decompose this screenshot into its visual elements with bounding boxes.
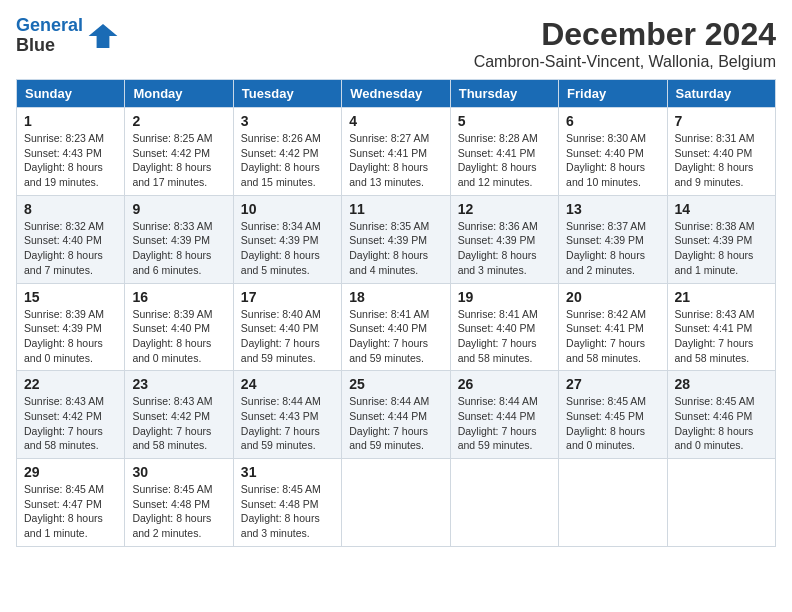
calendar-cell (667, 459, 775, 547)
calendar-header-row: SundayMondayTuesdayWednesdayThursdayFrid… (17, 80, 776, 108)
day-number: 20 (566, 289, 659, 305)
day-number: 3 (241, 113, 334, 129)
calendar-cell: 3Sunrise: 8:26 AMSunset: 4:42 PMDaylight… (233, 108, 341, 196)
calendar-cell: 9Sunrise: 8:33 AMSunset: 4:39 PMDaylight… (125, 195, 233, 283)
day-info: Sunrise: 8:39 AMSunset: 4:40 PMDaylight:… (132, 307, 225, 366)
day-info: Sunrise: 8:33 AMSunset: 4:39 PMDaylight:… (132, 219, 225, 278)
calendar-cell: 5Sunrise: 8:28 AMSunset: 4:41 PMDaylight… (450, 108, 558, 196)
day-info: Sunrise: 8:30 AMSunset: 4:40 PMDaylight:… (566, 131, 659, 190)
calendar-week-row: 8Sunrise: 8:32 AMSunset: 4:40 PMDaylight… (17, 195, 776, 283)
day-info: Sunrise: 8:44 AMSunset: 4:44 PMDaylight:… (458, 394, 551, 453)
day-number: 9 (132, 201, 225, 217)
day-info: Sunrise: 8:26 AMSunset: 4:42 PMDaylight:… (241, 131, 334, 190)
day-info: Sunrise: 8:35 AMSunset: 4:39 PMDaylight:… (349, 219, 442, 278)
column-header-wednesday: Wednesday (342, 80, 450, 108)
calendar-cell: 20Sunrise: 8:42 AMSunset: 4:41 PMDayligh… (559, 283, 667, 371)
calendar-cell: 12Sunrise: 8:36 AMSunset: 4:39 PMDayligh… (450, 195, 558, 283)
day-number: 31 (241, 464, 334, 480)
day-number: 22 (24, 376, 117, 392)
day-info: Sunrise: 8:40 AMSunset: 4:40 PMDaylight:… (241, 307, 334, 366)
day-number: 30 (132, 464, 225, 480)
calendar-week-row: 22Sunrise: 8:43 AMSunset: 4:42 PMDayligh… (17, 371, 776, 459)
day-info: Sunrise: 8:23 AMSunset: 4:43 PMDaylight:… (24, 131, 117, 190)
day-number: 19 (458, 289, 551, 305)
month-title: December 2024 (474, 16, 776, 53)
calendar-cell (450, 459, 558, 547)
calendar-cell: 22Sunrise: 8:43 AMSunset: 4:42 PMDayligh… (17, 371, 125, 459)
calendar-cell: 28Sunrise: 8:45 AMSunset: 4:46 PMDayligh… (667, 371, 775, 459)
day-info: Sunrise: 8:44 AMSunset: 4:44 PMDaylight:… (349, 394, 442, 453)
day-number: 25 (349, 376, 442, 392)
day-number: 18 (349, 289, 442, 305)
calendar-cell: 19Sunrise: 8:41 AMSunset: 4:40 PMDayligh… (450, 283, 558, 371)
calendar-cell: 4Sunrise: 8:27 AMSunset: 4:41 PMDaylight… (342, 108, 450, 196)
column-header-thursday: Thursday (450, 80, 558, 108)
day-info: Sunrise: 8:38 AMSunset: 4:39 PMDaylight:… (675, 219, 768, 278)
calendar-cell: 30Sunrise: 8:45 AMSunset: 4:48 PMDayligh… (125, 459, 233, 547)
day-info: Sunrise: 8:43 AMSunset: 4:41 PMDaylight:… (675, 307, 768, 366)
day-number: 28 (675, 376, 768, 392)
day-info: Sunrise: 8:45 AMSunset: 4:45 PMDaylight:… (566, 394, 659, 453)
calendar-cell: 26Sunrise: 8:44 AMSunset: 4:44 PMDayligh… (450, 371, 558, 459)
day-number: 29 (24, 464, 117, 480)
day-number: 24 (241, 376, 334, 392)
day-number: 16 (132, 289, 225, 305)
svg-marker-0 (89, 24, 118, 48)
calendar-cell: 15Sunrise: 8:39 AMSunset: 4:39 PMDayligh… (17, 283, 125, 371)
calendar-cell: 16Sunrise: 8:39 AMSunset: 4:40 PMDayligh… (125, 283, 233, 371)
column-header-friday: Friday (559, 80, 667, 108)
calendar-cell: 6Sunrise: 8:30 AMSunset: 4:40 PMDaylight… (559, 108, 667, 196)
calendar-week-row: 15Sunrise: 8:39 AMSunset: 4:39 PMDayligh… (17, 283, 776, 371)
day-number: 11 (349, 201, 442, 217)
column-header-tuesday: Tuesday (233, 80, 341, 108)
day-info: Sunrise: 8:41 AMSunset: 4:40 PMDaylight:… (458, 307, 551, 366)
day-number: 5 (458, 113, 551, 129)
day-info: Sunrise: 8:31 AMSunset: 4:40 PMDaylight:… (675, 131, 768, 190)
page-header: GeneralBlue December 2024 Cambron-Saint-… (16, 16, 776, 71)
calendar-cell (559, 459, 667, 547)
day-info: Sunrise: 8:45 AMSunset: 4:48 PMDaylight:… (241, 482, 334, 541)
title-block: December 2024 Cambron-Saint-Vincent, Wal… (474, 16, 776, 71)
calendar-cell: 21Sunrise: 8:43 AMSunset: 4:41 PMDayligh… (667, 283, 775, 371)
day-number: 15 (24, 289, 117, 305)
day-number: 21 (675, 289, 768, 305)
calendar-cell (342, 459, 450, 547)
day-number: 23 (132, 376, 225, 392)
calendar-cell: 7Sunrise: 8:31 AMSunset: 4:40 PMDaylight… (667, 108, 775, 196)
day-info: Sunrise: 8:41 AMSunset: 4:40 PMDaylight:… (349, 307, 442, 366)
calendar-cell: 29Sunrise: 8:45 AMSunset: 4:47 PMDayligh… (17, 459, 125, 547)
day-info: Sunrise: 8:32 AMSunset: 4:40 PMDaylight:… (24, 219, 117, 278)
day-info: Sunrise: 8:45 AMSunset: 4:47 PMDaylight:… (24, 482, 117, 541)
day-info: Sunrise: 8:36 AMSunset: 4:39 PMDaylight:… (458, 219, 551, 278)
calendar-cell: 24Sunrise: 8:44 AMSunset: 4:43 PMDayligh… (233, 371, 341, 459)
calendar-cell: 18Sunrise: 8:41 AMSunset: 4:40 PMDayligh… (342, 283, 450, 371)
day-info: Sunrise: 8:45 AMSunset: 4:46 PMDaylight:… (675, 394, 768, 453)
column-header-saturday: Saturday (667, 80, 775, 108)
day-info: Sunrise: 8:28 AMSunset: 4:41 PMDaylight:… (458, 131, 551, 190)
day-number: 10 (241, 201, 334, 217)
calendar-cell: 8Sunrise: 8:32 AMSunset: 4:40 PMDaylight… (17, 195, 125, 283)
day-number: 7 (675, 113, 768, 129)
day-info: Sunrise: 8:25 AMSunset: 4:42 PMDaylight:… (132, 131, 225, 190)
day-info: Sunrise: 8:34 AMSunset: 4:39 PMDaylight:… (241, 219, 334, 278)
day-number: 12 (458, 201, 551, 217)
day-info: Sunrise: 8:43 AMSunset: 4:42 PMDaylight:… (132, 394, 225, 453)
day-info: Sunrise: 8:27 AMSunset: 4:41 PMDaylight:… (349, 131, 442, 190)
day-info: Sunrise: 8:37 AMSunset: 4:39 PMDaylight:… (566, 219, 659, 278)
day-number: 17 (241, 289, 334, 305)
day-number: 6 (566, 113, 659, 129)
calendar-week-row: 1Sunrise: 8:23 AMSunset: 4:43 PMDaylight… (17, 108, 776, 196)
day-number: 8 (24, 201, 117, 217)
calendar-table: SundayMondayTuesdayWednesdayThursdayFrid… (16, 79, 776, 547)
logo-text: GeneralBlue (16, 16, 83, 56)
day-info: Sunrise: 8:44 AMSunset: 4:43 PMDaylight:… (241, 394, 334, 453)
day-number: 27 (566, 376, 659, 392)
calendar-cell: 31Sunrise: 8:45 AMSunset: 4:48 PMDayligh… (233, 459, 341, 547)
calendar-cell: 10Sunrise: 8:34 AMSunset: 4:39 PMDayligh… (233, 195, 341, 283)
column-header-monday: Monday (125, 80, 233, 108)
calendar-cell: 1Sunrise: 8:23 AMSunset: 4:43 PMDaylight… (17, 108, 125, 196)
column-header-sunday: Sunday (17, 80, 125, 108)
day-number: 26 (458, 376, 551, 392)
logo: GeneralBlue (16, 16, 119, 56)
calendar-cell: 14Sunrise: 8:38 AMSunset: 4:39 PMDayligh… (667, 195, 775, 283)
